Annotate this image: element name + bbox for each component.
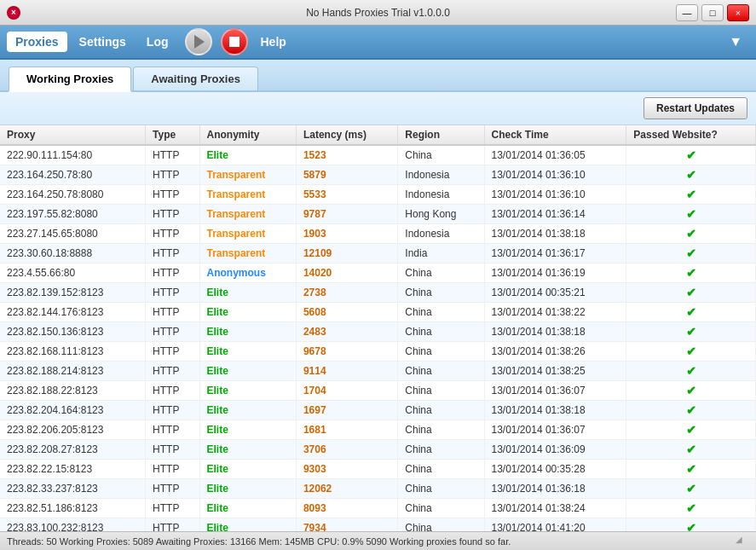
cell-region: Indonesia xyxy=(398,185,484,205)
cell-latency: 9787 xyxy=(296,205,397,224)
col-region: Region xyxy=(398,125,484,145)
cell-check-time: 13/01/2014 01:38:18 xyxy=(484,224,626,244)
cell-type: HTTP xyxy=(146,263,199,283)
cell-passed: ✔ xyxy=(626,303,756,322)
table-row: 223.82.168.111:8123 HTTP Elite 9678 Chin… xyxy=(0,342,756,362)
app-icon: × xyxy=(7,6,20,20)
cell-proxy: 223.82.150.136:8123 xyxy=(0,322,146,342)
cell-anonymity: Elite xyxy=(199,401,296,420)
tab-working-proxies[interactable]: Working Proxies xyxy=(9,67,131,92)
cell-latency: 1903 xyxy=(296,224,397,244)
cell-check-time: 13/01/2014 01:36:19 xyxy=(484,263,626,283)
cell-latency: 7934 xyxy=(296,518,397,532)
cell-proxy: 223.82.33.237:8123 xyxy=(0,479,146,499)
table-row: 222.90.111.154:80 HTTP Elite 1523 China … xyxy=(0,145,756,165)
cell-check-time: 13/01/2014 01:36:10 xyxy=(484,185,626,205)
cell-check-time: 13/01/2014 01:41:20 xyxy=(484,518,626,532)
cell-type: HTTP xyxy=(146,303,199,322)
stop-button[interactable] xyxy=(221,28,248,55)
cell-type: HTTP xyxy=(146,342,199,362)
col-anonymity: Anonymity xyxy=(199,125,296,145)
cell-anonymity: Elite xyxy=(199,342,296,362)
cell-anonymity: Elite xyxy=(199,362,296,381)
menu-settings[interactable]: Settings xyxy=(71,32,135,52)
status-text: Threads: 50 Working Proxies: 5089 Awaiti… xyxy=(7,536,736,547)
cell-latency: 5608 xyxy=(296,303,397,322)
cell-proxy: 223.27.145.65:8080 xyxy=(0,224,146,244)
menu-proxies[interactable]: Proxies xyxy=(7,32,67,52)
cell-latency: 5879 xyxy=(296,165,397,185)
cell-proxy: 223.197.55.82:8080 xyxy=(0,205,146,224)
table-row: 223.164.250.78:8080 HTTP Transparent 553… xyxy=(0,185,756,205)
cell-anonymity: Elite xyxy=(199,381,296,401)
toolbar-row: Restart Updates xyxy=(0,92,756,125)
menu-help[interactable]: Help xyxy=(251,32,294,52)
cell-passed: ✔ xyxy=(626,145,756,165)
cell-anonymity: Transparent xyxy=(199,205,296,224)
cell-anonymity: Transparent xyxy=(199,185,296,205)
cell-region: China xyxy=(398,362,484,381)
window-controls: — □ × xyxy=(676,4,749,21)
table-row: 223.82.208.27:8123 HTTP Elite 3706 China… xyxy=(0,440,756,460)
cell-anonymity: Elite xyxy=(199,518,296,532)
cell-passed: ✔ xyxy=(626,499,756,518)
maximize-button[interactable]: □ xyxy=(701,4,724,21)
cell-proxy: 223.164.250.78:80 xyxy=(0,165,146,185)
cell-passed: ✔ xyxy=(626,440,756,460)
cell-check-time: 13/01/2014 01:36:09 xyxy=(484,440,626,460)
cell-region: China xyxy=(398,401,484,420)
cell-passed: ✔ xyxy=(626,420,756,440)
table-row: 223.27.145.65:8080 HTTP Transparent 1903… xyxy=(0,224,756,244)
cell-anonymity: Elite xyxy=(199,479,296,499)
cell-proxy: 223.82.204.164:8123 xyxy=(0,401,146,420)
col-type: Type xyxy=(146,125,199,145)
cell-passed: ✔ xyxy=(626,185,756,205)
cell-passed: ✔ xyxy=(626,165,756,185)
table-row: 223.82.139.152:8123 HTTP Elite 2738 Chin… xyxy=(0,283,756,303)
cell-check-time: 13/01/2014 01:38:18 xyxy=(484,401,626,420)
play-button[interactable] xyxy=(185,28,212,55)
table-row: 223.4.55.66:80 HTTP Anonymous 14020 Chin… xyxy=(0,263,756,283)
tab-awaiting-proxies[interactable]: Awaiting Proxies xyxy=(133,67,258,90)
cell-latency: 3706 xyxy=(296,440,397,460)
close-button[interactable]: × xyxy=(727,4,749,21)
proxy-table: Proxy Type Anonymity Latency (ms) Region… xyxy=(0,125,756,531)
cell-region: China xyxy=(398,322,484,342)
restart-updates-button[interactable]: Restart Updates xyxy=(643,97,747,119)
table-row: 223.82.204.164:8123 HTTP Elite 1697 Chin… xyxy=(0,401,756,420)
cell-region: China xyxy=(398,440,484,460)
cell-region: China xyxy=(398,420,484,440)
cell-type: HTTP xyxy=(146,499,199,518)
cell-latency: 1697 xyxy=(296,401,397,420)
cell-type: HTTP xyxy=(146,205,199,224)
cell-proxy: 223.82.51.186:8123 xyxy=(0,499,146,518)
minimize-button[interactable]: — xyxy=(676,4,698,21)
cell-latency: 8093 xyxy=(296,499,397,518)
menu-overflow-button[interactable]: ▼ xyxy=(722,31,749,53)
menu-log[interactable]: Log xyxy=(138,32,177,52)
cell-proxy: 223.82.22.15:8123 xyxy=(0,460,146,479)
proxy-table-container[interactable]: Proxy Type Anonymity Latency (ms) Region… xyxy=(0,125,756,531)
cell-type: HTTP xyxy=(146,401,199,420)
content-area: Restart Updates Proxy Type Anonymity Lat… xyxy=(0,92,756,531)
cell-region: China xyxy=(398,342,484,362)
cell-passed: ✔ xyxy=(626,205,756,224)
play-icon xyxy=(194,35,205,49)
cell-region: India xyxy=(398,244,484,263)
cell-check-time: 13/01/2014 01:38:25 xyxy=(484,362,626,381)
cell-latency: 5533 xyxy=(296,185,397,205)
cell-type: HTTP xyxy=(146,165,199,185)
cell-latency: 2483 xyxy=(296,322,397,342)
cell-check-time: 13/01/2014 01:36:17 xyxy=(484,244,626,263)
cell-anonymity: Elite xyxy=(199,440,296,460)
cell-anonymity: Transparent xyxy=(199,224,296,244)
table-row: 223.82.33.237:8123 HTTP Elite 12062 Chin… xyxy=(0,479,756,499)
cell-anonymity: Elite xyxy=(199,145,296,165)
cell-check-time: 13/01/2014 01:36:05 xyxy=(484,145,626,165)
cell-passed: ✔ xyxy=(626,224,756,244)
title-bar-left: × xyxy=(7,6,20,20)
cell-anonymity: Transparent xyxy=(199,244,296,263)
window-title: No Hands Proxies Trial v1.0.0.0 xyxy=(306,7,450,19)
cell-passed: ✔ xyxy=(626,322,756,342)
cell-check-time: 13/01/2014 01:36:10 xyxy=(484,165,626,185)
